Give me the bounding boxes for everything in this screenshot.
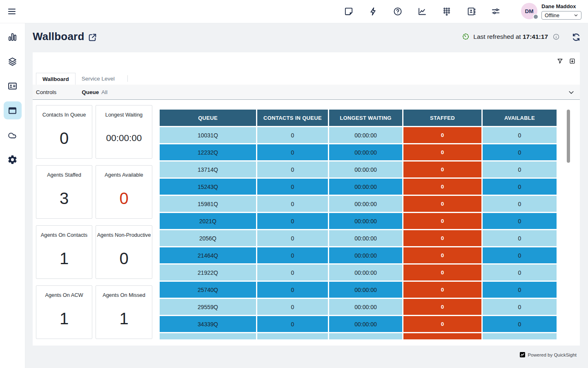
kpi-card-agents-staffed: Agents Staffed3	[36, 165, 92, 219]
metrics-button[interactable]	[417, 7, 427, 16]
cell-contacts-in-queue: 0	[257, 230, 328, 246]
cell-longest-waiting: 00:00:00	[329, 127, 402, 143]
cell-available: 0	[483, 162, 557, 177]
kpi-card-agents-on-contacts: Agents On Contacts1	[36, 225, 92, 279]
quicksight-footer: Powered by QuickSight	[520, 352, 577, 357]
table-row: 25740Q000:00:0000	[160, 282, 557, 298]
notes-button[interactable]	[344, 7, 354, 16]
sidebar-item-layers[interactable]	[4, 52, 22, 70]
download-button[interactable]	[569, 58, 576, 65]
kpi-label: Agents Non-Productive	[96, 232, 152, 238]
cell-available: 0	[483, 179, 557, 195]
sidebar-item-cloud[interactable]	[4, 126, 22, 144]
cell-staffed: 0	[403, 213, 481, 229]
controls-collapse-button[interactable]	[568, 89, 575, 96]
filter-button[interactable]	[557, 58, 564, 65]
tab-service-level[interactable]: Service Level	[76, 72, 121, 85]
sidebar-item-id-card[interactable]	[4, 77, 22, 95]
kpi-label: Agents Available	[96, 172, 152, 178]
sidebar-item-bar-chart[interactable]	[4, 28, 22, 46]
cell-longest-waiting: 00:00:00	[329, 299, 402, 315]
cell-available: 0	[483, 144, 557, 160]
dialpad-button[interactable]	[442, 7, 452, 16]
lightning-button[interactable]	[368, 7, 378, 16]
cell-longest-waiting: 00:00:00	[329, 213, 402, 229]
kpi-label: Contacts In Queue	[36, 112, 92, 118]
menu-button[interactable]	[7, 7, 17, 16]
chevron-down-icon	[574, 13, 578, 18]
cell-staffed: 0	[403, 144, 481, 160]
cell-staffed	[403, 333, 481, 339]
status-select[interactable]: Offline	[541, 11, 581, 20]
cell-longest-waiting: 00:00:00	[329, 162, 402, 177]
lightning-icon	[368, 7, 378, 16]
table-row: 13714Q000:00:0000	[160, 162, 557, 177]
info-icon[interactable]	[552, 33, 560, 40]
table-row: 15981Q000:00:0000	[160, 196, 557, 212]
cell-contacts-in-queue: 0	[257, 144, 328, 160]
cell-available: 0	[483, 316, 557, 332]
sliders-icon	[491, 7, 501, 16]
table-row: 12232Q000:00:0000	[160, 144, 557, 160]
table-scrollbar-thumb[interactable]	[567, 110, 570, 163]
queue-control[interactable]: Queue All	[82, 89, 107, 95]
kpi-label: Agents On Missed	[96, 292, 152, 298]
cell-longest-waiting: 00:00:00	[329, 144, 402, 160]
cell-longest-waiting: 00:00:00	[329, 179, 402, 195]
cell-staffed: 0	[403, 247, 481, 263]
cell-staffed: 0	[403, 127, 481, 143]
kpi-label: Agents On Contacts	[36, 232, 92, 238]
kpi-value: 0	[96, 249, 152, 268]
cell-queue: 29559Q	[160, 299, 256, 315]
status-value: Offline	[545, 13, 559, 18]
directory-button[interactable]	[466, 7, 476, 16]
kpi-grid: Contacts In Queue0Longest Waiting00:00:0…	[36, 105, 152, 339]
cell-longest-waiting: 00:00:00	[329, 247, 402, 263]
last-refreshed-time: 17:41:17	[523, 33, 548, 40]
kpi-value: 1	[96, 309, 152, 328]
cell-longest-waiting: 00:00:00	[329, 265, 402, 280]
kpi-card-agents-non-productive: Agents Non-Productive0	[96, 225, 152, 279]
hamburger-icon	[7, 7, 17, 16]
queue-control-label: Queue	[82, 89, 99, 95]
screen: DM Dane Maddox Offline Wallboard	[0, 0, 588, 368]
help-button[interactable]	[393, 7, 403, 16]
cell-contacts-in-queue: 0	[257, 316, 328, 332]
cell-contacts-in-queue: 0	[257, 247, 328, 263]
cell-queue: 15243Q	[160, 179, 256, 195]
cell-queue: 34339Q	[160, 316, 256, 332]
external-link-icon	[87, 32, 98, 43]
cell-contacts-in-queue: 0	[257, 213, 328, 229]
table-row: 29559Q000:00:0000	[160, 299, 557, 315]
table-header-row: QUEUECONTACTS IN QUEUELONGEST WAITINGSTA…	[160, 110, 557, 126]
table-body: 10031Q000:00:000012232Q000:00:000013714Q…	[160, 127, 557, 339]
avatar[interactable]: DM	[521, 3, 537, 19]
cell-queue: 2056Q	[160, 230, 256, 246]
cell-available: 0	[483, 282, 557, 298]
topbar: DM Dane Maddox Offline	[0, 0, 588, 23]
sidebar-item-app-window[interactable]	[4, 101, 22, 119]
cell-queue: 2021Q	[160, 213, 256, 229]
avatar-initials: DM	[525, 8, 534, 14]
download-icon	[569, 58, 576, 65]
cell-available: 0	[483, 213, 557, 229]
column-header-longest-waiting: LONGEST WAITING	[329, 110, 402, 126]
user-block: DM Dane Maddox Offline	[521, 3, 581, 20]
kpi-label: Agents Staffed	[36, 172, 92, 178]
sidebar-item-gear[interactable]	[4, 150, 22, 168]
cell-contacts-in-queue: 0	[257, 282, 328, 298]
cell-available: 0	[483, 230, 557, 246]
cell-contacts-in-queue: 0	[257, 127, 328, 143]
kpi-value: 1	[36, 249, 92, 268]
cell-longest-waiting: 00:00:00	[329, 196, 402, 212]
tab-wallboard[interactable]: Wallboard	[36, 73, 76, 85]
bar-chart-icon	[7, 32, 18, 42]
sliders-button[interactable]	[491, 7, 501, 16]
kpi-card-agents-available: Agents Available0	[96, 165, 152, 219]
open-in-new-tab-button[interactable]	[87, 32, 98, 43]
cell-contacts-in-queue: 0	[257, 179, 328, 195]
cell-longest-waiting: 00:00:00	[329, 282, 402, 298]
refresh-button[interactable]	[571, 32, 581, 42]
auto-refresh-timer-icon	[462, 33, 470, 40]
tabstrip: WallboardService Level	[36, 72, 577, 85]
